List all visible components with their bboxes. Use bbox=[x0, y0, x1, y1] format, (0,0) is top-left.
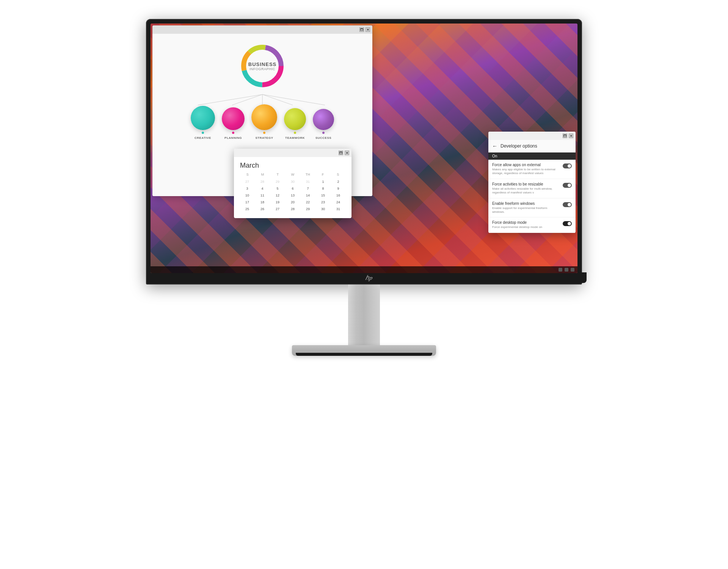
cal-day[interactable]: 5 bbox=[270, 185, 285, 192]
bubble-planning bbox=[222, 107, 245, 130]
cal-day[interactable]: 30 bbox=[316, 206, 330, 212]
taskbar-item[interactable] bbox=[559, 268, 562, 272]
dev-status-bar: On bbox=[488, 152, 576, 160]
cal-day[interactable]: 1 bbox=[316, 179, 330, 185]
cal-day[interactable]: 26 bbox=[255, 206, 270, 212]
dev-navigation: ← Developer options bbox=[488, 140, 576, 152]
cal-day[interactable]: 11 bbox=[255, 192, 270, 198]
day-sun: S bbox=[240, 172, 255, 177]
taskbar-item[interactable] bbox=[565, 268, 568, 272]
label-strategy: STRATEGY bbox=[256, 136, 273, 140]
circle-planning: PLANNING bbox=[222, 107, 245, 140]
cal-day[interactable]: 9 bbox=[331, 185, 345, 192]
label-success: SUCCESS bbox=[315, 136, 331, 140]
dev-restore-btn[interactable]: 🗖 bbox=[563, 134, 567, 138]
cal-restore-btn[interactable]: 🗖 bbox=[339, 151, 343, 155]
bubble-teamwork bbox=[284, 108, 306, 130]
monitor-neck bbox=[349, 284, 379, 345]
cal-day[interactable]: 2 bbox=[331, 179, 345, 185]
close-btn[interactable]: ✕ bbox=[366, 27, 370, 32]
calendar-window[interactable]: 🗖 ✕ March S M T W TH F S bbox=[234, 149, 351, 218]
donut-heading-business: BUSINESS bbox=[248, 61, 276, 67]
cal-day[interactable]: 27 bbox=[270, 206, 285, 212]
svg-line-9 bbox=[262, 94, 293, 105]
cal-day[interactable]: 10 bbox=[240, 192, 254, 198]
developer-window[interactable]: 🗖 ✕ ← Developer options On Force allow a… bbox=[488, 132, 576, 233]
cal-day[interactable]: 3 bbox=[240, 185, 254, 192]
cal-day[interactable]: 8 bbox=[316, 185, 330, 192]
cal-day[interactable]: 17 bbox=[240, 199, 254, 205]
toggle-force-allow[interactable] bbox=[563, 163, 572, 168]
cal-day[interactable]: 27 bbox=[240, 179, 254, 185]
cal-day[interactable]: 16 bbox=[331, 192, 345, 198]
cal-day[interactable]: 28 bbox=[286, 206, 300, 212]
cal-day[interactable]: 20 bbox=[286, 199, 300, 205]
cal-day[interactable]: 28 bbox=[255, 179, 270, 185]
dev-item-desktop-mode: Force desktop mode Force experimental de… bbox=[488, 217, 576, 233]
cal-day[interactable]: 13 bbox=[286, 192, 300, 198]
cal-day[interactable]: 7 bbox=[301, 185, 315, 192]
cal-day[interactable]: 23 bbox=[316, 199, 330, 205]
cal-day[interactable]: 14 bbox=[301, 192, 315, 198]
calendar-day-headers: S M T W TH F S bbox=[240, 172, 345, 177]
svg-line-10 bbox=[262, 94, 325, 105]
restore-btn[interactable]: 🗖 bbox=[359, 27, 364, 32]
day-tue: T bbox=[270, 172, 285, 177]
monitor-bottom-bar: ℎ𝑝 bbox=[151, 272, 587, 283]
donut-heading-infographic: INFOGRAPHIC bbox=[248, 67, 276, 71]
dot-planning bbox=[232, 132, 234, 134]
dev-item-freeform-text: Enable freeform windows Enable support f… bbox=[492, 201, 560, 214]
toggle-force-activities[interactable] bbox=[563, 183, 572, 188]
taskbar-item[interactable] bbox=[571, 268, 574, 272]
circle-teamwork: TEAMWORK bbox=[284, 108, 306, 140]
label-teamwork: TEAMWORK bbox=[285, 136, 305, 140]
day-thu: TH bbox=[300, 172, 315, 177]
cal-day[interactable]: 25 bbox=[240, 206, 254, 212]
cal-day[interactable]: 22 bbox=[301, 199, 315, 205]
dev-window-title: Developer options bbox=[500, 143, 537, 149]
donut-text: BUSINESS INFOGRAPHIC bbox=[248, 61, 276, 71]
cal-day[interactable]: 6 bbox=[286, 185, 300, 192]
infographic-titlebar: 🗖 ✕ bbox=[152, 25, 372, 34]
svg-line-6 bbox=[198, 94, 262, 105]
cal-day[interactable]: 19 bbox=[270, 199, 285, 205]
calendar-titlebar: 🗖 ✕ bbox=[234, 149, 351, 157]
day-mon: M bbox=[255, 172, 270, 177]
bubble-creative bbox=[191, 106, 215, 130]
cal-close-btn[interactable]: ✕ bbox=[345, 151, 349, 155]
cal-day[interactable]: 31 bbox=[331, 206, 345, 212]
cal-day[interactable]: 29 bbox=[301, 206, 315, 212]
cal-day[interactable]: 30 bbox=[286, 179, 300, 185]
cal-day[interactable]: 24 bbox=[331, 199, 345, 205]
cal-day[interactable]: 31 bbox=[301, 179, 315, 185]
donut-chart-area: BUSINESS INFOGRAPHIC bbox=[238, 41, 287, 91]
cal-day[interactable]: 15 bbox=[316, 192, 330, 198]
monitor: 🗖 ✕ bbox=[136, 19, 592, 550]
dev-close-btn[interactable]: ✕ bbox=[569, 134, 573, 138]
label-creative: CREATIVE bbox=[195, 136, 211, 140]
circle-creative: CREATIVE bbox=[191, 106, 215, 140]
toggle-desktop-mode[interactable] bbox=[563, 221, 572, 226]
dot-teamwork bbox=[294, 132, 296, 134]
calendar-grid: S M T W TH F S 27 28 29 30 31 bbox=[234, 172, 351, 218]
cal-day[interactable]: 4 bbox=[255, 185, 270, 192]
dev-titlebar: 🗖 ✕ bbox=[488, 132, 576, 140]
back-button[interactable]: ← bbox=[492, 143, 497, 149]
taskbar bbox=[151, 266, 577, 273]
cal-day[interactable]: 12 bbox=[270, 192, 285, 198]
svg-line-7 bbox=[232, 94, 262, 105]
toggle-freeform[interactable] bbox=[563, 202, 572, 207]
dev-item-desktop-mode-desc: Force experimental desktop mode on bbox=[492, 225, 560, 229]
circle-strategy: STRATEGY bbox=[251, 104, 277, 140]
day-wed: W bbox=[285, 172, 300, 177]
monitor-base bbox=[292, 345, 436, 356]
dev-item-force-activities-text: Force activities to be resizable Make al… bbox=[492, 182, 560, 195]
dev-item-force-allow: Force allow apps on external Makes any a… bbox=[488, 160, 576, 179]
cal-day[interactable]: 29 bbox=[270, 179, 285, 185]
monitor-screen: 🗖 ✕ bbox=[151, 24, 577, 273]
dev-item-force-activities: Force activities to be resizable Make al… bbox=[488, 179, 576, 198]
dev-item-desktop-mode-title: Force desktop mode bbox=[492, 220, 560, 225]
cal-day[interactable]: 18 bbox=[255, 199, 270, 205]
dot-creative bbox=[202, 132, 204, 134]
calendar-month-header: March bbox=[234, 157, 351, 172]
